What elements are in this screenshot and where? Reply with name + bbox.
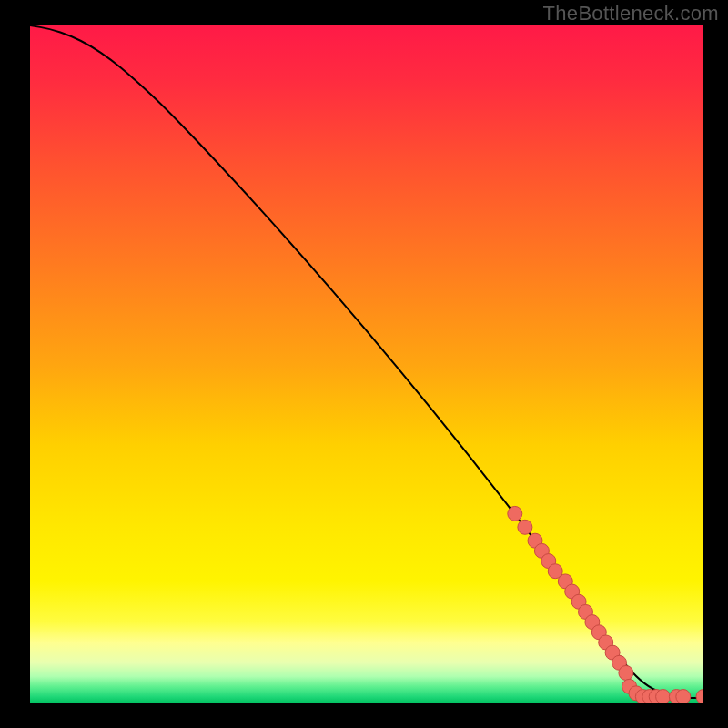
- plot-area: [30, 25, 703, 703]
- data-marker: [676, 690, 691, 703]
- data-marker: [518, 520, 532, 534]
- data-marker: [656, 690, 671, 703]
- chart-svg: [30, 25, 703, 703]
- gradient-background: [30, 25, 703, 703]
- data-marker: [619, 665, 633, 680]
- chart-frame: TheBottleneck.com: [0, 0, 728, 728]
- data-marker: [508, 506, 522, 521]
- attribution-label: TheBottleneck.com: [543, 2, 719, 25]
